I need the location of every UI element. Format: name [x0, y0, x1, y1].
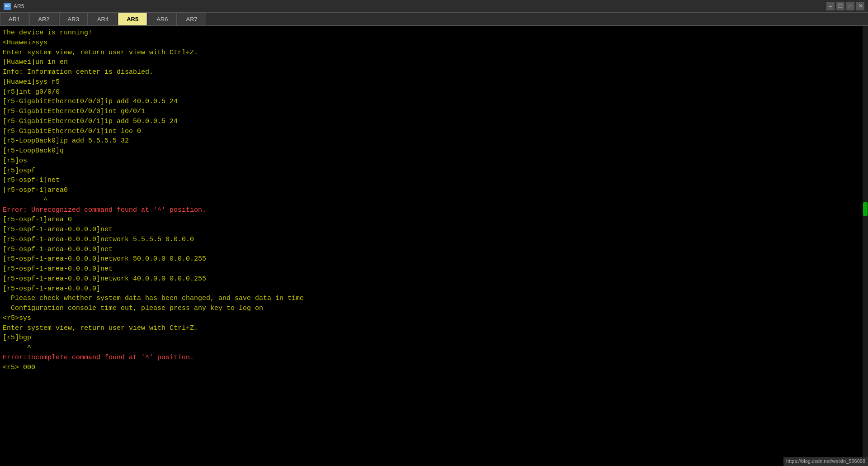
status-bar: https://blog.csdn.net/weixin_556098 [783, 457, 868, 466]
terminal-line: [Huawei]sys r5 [3, 77, 865, 87]
terminal-line: Please check whether system data has bee… [3, 294, 865, 304]
terminal-line: [r5]os [3, 156, 865, 166]
scrollbar-thumb[interactable] [863, 202, 868, 216]
terminal-line: Info: Information center is disabled. [3, 67, 865, 77]
terminal-line: [r5-ospf-1]area 0 [3, 215, 865, 225]
tab-ar7[interactable]: AR7 [178, 13, 206, 25]
terminal-line: [r5-ospf-1]net [3, 176, 865, 185]
tab-ar1[interactable]: AR1 [0, 13, 28, 25]
tab-ar5[interactable]: AR5 [118, 13, 147, 25]
terminal-line: [r5-GigabitEthernet0/0/1]ip add 50.0.0.5… [3, 117, 865, 127]
terminal-line: <r5> 000 [3, 363, 865, 373]
window-title: AR5 [14, 3, 24, 10]
tab-ar6[interactable]: AR6 [148, 13, 176, 25]
terminal-line: ^ [3, 195, 865, 205]
terminal-line: [r5-GigabitEthernet0/0/1]int loo 0 [3, 127, 865, 137]
terminal-line: [r5-ospf-1-area-0.0.0.0]network 50.0.0.0… [3, 254, 865, 264]
terminal-line: <Huawei>sys [3, 38, 865, 48]
app-icon: AR [4, 3, 11, 10]
terminal-line: [r5-GigabitEthernet0/0/0]int g0/0/1 [3, 107, 865, 117]
maximize-button[interactable]: □ [846, 2, 854, 10]
terminal-line: [r5-ospf-1-area-0.0.0.0]network 40.0.0.0… [3, 274, 865, 284]
tabs-bar: AR1AR2AR3AR4AR5AR6AR7 [0, 13, 868, 26]
terminal-content: The device is running!<Huawei>sysEnter s… [3, 28, 865, 372]
terminal-line: Enter system view, return user view with… [3, 48, 865, 58]
terminal-line: [r5-ospf-1-area-0.0.0.0]net [3, 225, 865, 235]
scrollbar[interactable] [863, 26, 868, 466]
tab-ar3[interactable]: AR3 [59, 13, 88, 25]
tab-ar2[interactable]: AR2 [29, 13, 58, 25]
terminal-line: [r5-ospf-1]area0 [3, 185, 865, 195]
title-bar: AR AR5 − ❐ □ ✕ [0, 0, 868, 13]
terminal-line: The device is running! [3, 28, 865, 38]
terminal[interactable]: The device is running!<Huawei>sysEnter s… [0, 26, 868, 466]
terminal-line: [r5-ospf-1-area-0.0.0.0] [3, 284, 865, 294]
terminal-line: [r5-ospf-1-area-0.0.0.0]net [3, 264, 865, 274]
minimize-button[interactable]: − [826, 2, 835, 10]
restore-button[interactable]: ❐ [836, 2, 844, 10]
terminal-line: Configuration console time out, please p… [3, 304, 865, 314]
tab-ar4[interactable]: AR4 [89, 13, 117, 25]
terminal-line: [r5-ospf-1-area-0.0.0.0]network 5.5.5.5 … [3, 235, 865, 245]
terminal-line: ^ [3, 343, 865, 353]
terminal-line: Error:Incomplete command found at '^' po… [3, 353, 865, 363]
terminal-line: [r5-ospf-1-area-0.0.0.0]net [3, 245, 865, 255]
terminal-line: Error: Unrecognized command found at '^'… [3, 205, 865, 215]
terminal-line: [r5]int g0/0/0 [3, 87, 865, 97]
terminal-line: [r5]bgp [3, 333, 865, 343]
terminal-line: [r5-LoopBack0]q [3, 146, 865, 156]
terminal-line: [r5-GigabitEthernet0/0/0]ip add 40.0.0.5… [3, 97, 865, 107]
terminal-line: Enter system view, return user view with… [3, 323, 865, 333]
terminal-line: [r5]ospf [3, 166, 865, 176]
terminal-line: [r5-LoopBack0]ip add 5.5.5.5 32 [3, 136, 865, 146]
close-button[interactable]: ✕ [856, 2, 864, 10]
terminal-line: [Huawei]un in en [3, 57, 865, 67]
terminal-line: <r5>sys [3, 314, 865, 323]
